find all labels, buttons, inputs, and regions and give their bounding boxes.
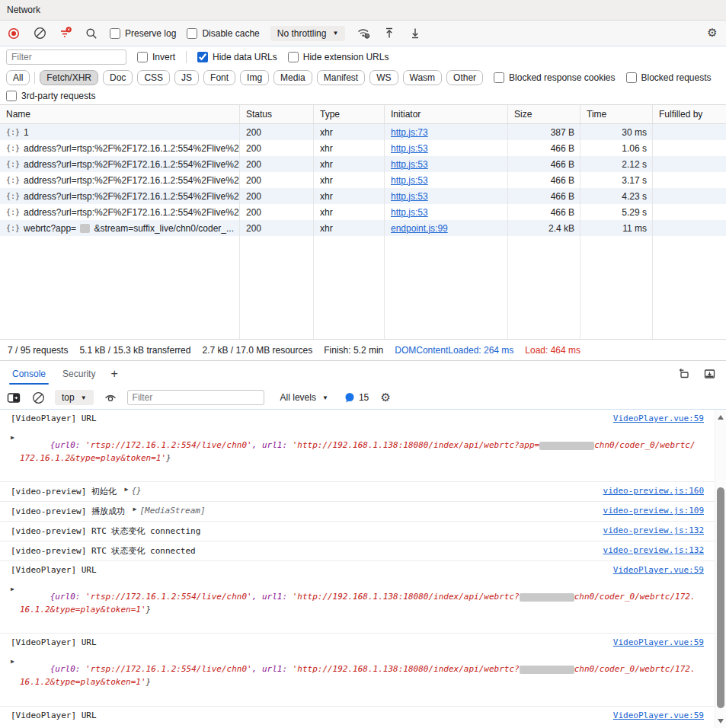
table-row[interactable]: {:} webrtc?app= &stream=suffix_live/chn0… (0, 220, 726, 236)
invert-checkbox[interactable]: Invert (137, 52, 175, 62)
console-scrollbar[interactable] (715, 410, 726, 728)
initiator-link[interactable]: http.js:73 (391, 127, 428, 138)
source-link[interactable]: video-preview.js:132 (594, 545, 704, 555)
type-filter-pill[interactable]: WS (369, 70, 398, 85)
export-har-icon[interactable] (408, 26, 423, 41)
source-link[interactable]: VideoPlayer.vue:59 (604, 565, 704, 575)
table-row[interactable]: {:} address?url=rtsp:%2F%2F172.16.1.2:55… (0, 140, 726, 156)
type-filter-pill[interactable]: Fetch/XHR (40, 70, 98, 85)
type-filter-pill[interactable]: Media (273, 70, 312, 85)
source-link[interactable]: VideoPlayer.vue:59 (604, 710, 704, 720)
network-conditions-icon[interactable] (356, 26, 371, 41)
console-settings-gear-icon[interactable]: ⚙ (378, 390, 393, 405)
log-levels-dropdown[interactable]: All levels ▼ (273, 390, 335, 405)
source-link[interactable]: video-preview.js:160 (594, 486, 704, 496)
source-link[interactable]: video-preview.js:109 (594, 506, 704, 516)
initiator-link[interactable]: http.js:53 (391, 207, 428, 218)
expand-triangle-icon[interactable]: ▶ (125, 486, 129, 493)
throttling-dropdown[interactable]: No throttling ▼ (270, 26, 346, 41)
clear-console-icon[interactable] (30, 390, 46, 405)
expand-triangle-icon[interactable]: ▶ (11, 585, 14, 594)
blocked-response-cookies-checkbox[interactable]: Blocked response cookies (494, 72, 615, 83)
console-message[interactable]: [video-preview] RTC 状态变化 connecting vide… (0, 522, 715, 541)
preserve-log-checkbox[interactable]: Preserve log (110, 28, 176, 39)
initiator-link[interactable]: http.js:53 (391, 159, 428, 170)
preserve-log-checkbox-input[interactable] (110, 28, 120, 39)
invert-checkbox-input[interactable] (137, 52, 148, 62)
type-filter-pill[interactable]: Font (203, 70, 235, 85)
expand-triangle-icon[interactable]: ▶ (133, 506, 137, 512)
type-filter-pill[interactable]: Manifest (317, 70, 365, 85)
table-column-header[interactable]: Name (0, 105, 240, 123)
table-column-header[interactable]: Type (314, 105, 385, 123)
type-filter-pill[interactable]: CSS (137, 70, 170, 85)
source-link[interactable]: video-preview.js:132 (594, 525, 704, 535)
tab-security[interactable]: Security (55, 361, 103, 386)
add-tab-button[interactable]: + (104, 361, 123, 386)
blocked-requests-input[interactable] (626, 72, 637, 83)
scroll-up-arrow[interactable] (715, 411, 726, 423)
blocked-requests-checkbox[interactable]: Blocked requests (626, 72, 712, 83)
console-message[interactable]: [VideoPlayer] URL VideoPlayer.vue:59 ▶{u… (0, 410, 715, 482)
search-icon[interactable] (84, 26, 99, 41)
type-filter-pill[interactable]: Doc (103, 70, 133, 85)
third-party-requests-checkbox[interactable]: 3rd-party requests (6, 91, 95, 101)
blocked-response-cookies-input[interactable] (494, 72, 504, 83)
initiator-link[interactable]: http.js:53 (391, 191, 428, 202)
request-name-cell[interactable]: {:} 1 (0, 127, 240, 138)
request-name-cell[interactable]: {:} address?url=rtsp:%2F%2F172.16.1.2:55… (0, 191, 240, 202)
tab-console[interactable]: Console (5, 361, 53, 386)
settings-gear-icon[interactable]: ⚙ (705, 26, 720, 41)
initiator-link[interactable]: http.js:53 (391, 143, 428, 154)
type-filter-pill[interactable]: Img (240, 70, 269, 85)
table-column-header[interactable]: Status (240, 105, 314, 123)
disable-cache-checkbox[interactable]: Disable cache (187, 28, 259, 39)
table-row[interactable]: {:} address?url=rtsp:%2F%2F172.16.1.2:55… (0, 188, 726, 204)
table-column-header[interactable]: Size (508, 105, 580, 123)
console-message[interactable]: [video-preview] 初始化 ▶ {} video-preview.j… (0, 482, 715, 502)
clear-network-log-icon[interactable] (32, 26, 47, 41)
console-message[interactable]: [VideoPlayer] URL VideoPlayer.vue:59 ▶{u… (0, 634, 715, 706)
expand-triangle-icon[interactable]: ▶ (11, 433, 14, 442)
type-filter-pill[interactable]: Other (446, 70, 483, 85)
network-filter-input[interactable] (6, 49, 126, 65)
initiator-link[interactable]: http.js:53 (391, 175, 428, 186)
table-row[interactable]: {:} address?url=rtsp:%2F%2F172.16.1.2:55… (0, 204, 726, 220)
console-sidebar-icon[interactable] (6, 390, 21, 405)
import-har-icon[interactable] (382, 26, 397, 41)
record-network-log-icon[interactable] (6, 26, 21, 41)
table-column-header[interactable]: Fulfilled by (653, 105, 726, 123)
table-column-header[interactable]: Time (580, 105, 653, 123)
hide-extension-urls-checkbox-input[interactable] (288, 52, 299, 62)
source-link[interactable]: VideoPlayer.vue:59 (604, 637, 704, 647)
request-name-cell[interactable]: {:} address?url=rtsp:%2F%2F172.16.1.2:55… (0, 143, 240, 154)
expand-triangle-icon[interactable]: ▶ (11, 657, 14, 666)
hide-data-urls-checkbox-input[interactable] (197, 52, 208, 62)
console-message[interactable]: [VideoPlayer] URL VideoPlayer.vue:59 ▶{u… (0, 561, 715, 634)
source-link[interactable]: VideoPlayer.vue:59 (604, 413, 704, 423)
type-filter-all[interactable]: All (6, 70, 30, 85)
initiator-link[interactable]: endpoint.js:99 (391, 223, 448, 234)
request-name-cell[interactable]: {:} webrtc?app= &stream=suffix_live/chn0… (0, 223, 240, 234)
request-name-cell[interactable]: {:} address?url=rtsp:%2F%2F172.16.1.2:55… (0, 207, 240, 218)
console-message-count[interactable]: 15 (344, 392, 369, 404)
request-name-cell[interactable]: {:} address?url=rtsp:%2F%2F172.16.1.2:55… (0, 175, 240, 186)
console-message[interactable]: [video-preview] 播放成功 ▶ [MediaStream] vid… (0, 502, 715, 522)
disable-cache-checkbox-input[interactable] (187, 28, 197, 39)
table-column-header[interactable]: Initiator (385, 105, 508, 123)
type-filter-pill[interactable]: JS (174, 70, 199, 85)
filter-funnel-icon[interactable] (58, 26, 73, 41)
console-message[interactable]: [VideoPlayer] URL VideoPlayer.vue:59 ▶{u… (0, 707, 715, 728)
hide-data-urls-checkbox[interactable]: Hide data URLs (197, 52, 277, 62)
scrollbar-thumb[interactable] (717, 487, 724, 708)
console-filter-input[interactable] (127, 390, 264, 405)
dock-drawer-icon[interactable] (702, 366, 717, 382)
table-row[interactable]: {:} address?url=rtsp:%2F%2F172.16.1.2:55… (0, 156, 726, 172)
table-row[interactable]: {:} 1 200 xhr http.js:73 387 B 30 ms (0, 124, 726, 140)
third-party-requests-input[interactable] (6, 91, 17, 101)
live-expression-eye-icon[interactable] (103, 390, 118, 405)
scroll-down-arrow[interactable] (715, 715, 726, 726)
hide-extension-urls-checkbox[interactable]: Hide extension URLs (288, 52, 389, 62)
type-filter-pill[interactable]: Wasm (403, 70, 443, 85)
undock-drawer-icon[interactable] (676, 366, 691, 382)
